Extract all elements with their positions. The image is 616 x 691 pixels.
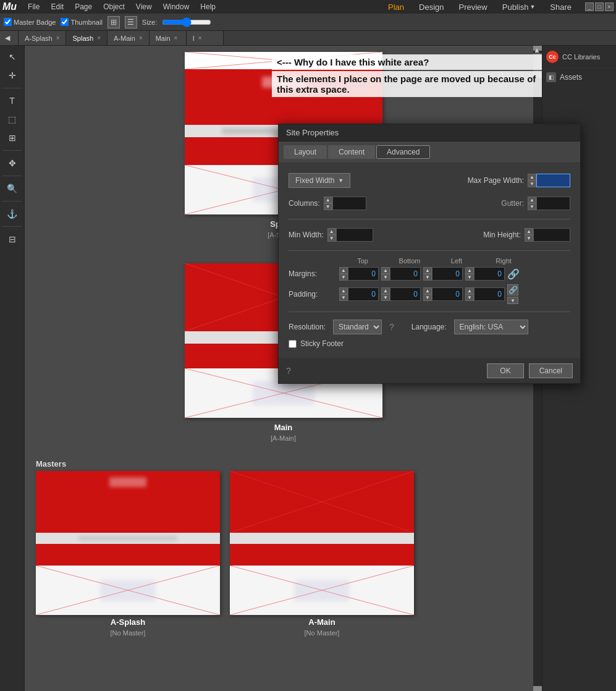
margin-left-down[interactable]: ▼ (423, 274, 432, 281)
sticky-footer-label: Sticky Footer (300, 339, 344, 348)
margin-left-spinner: ▲ ▼ (423, 267, 463, 281)
sticky-footer-row: Sticky Footer (289, 339, 570, 348)
margin-right-down[interactable]: ▼ (465, 274, 474, 281)
padding-bottom-down[interactable]: ▼ (381, 294, 390, 301)
margin-bottom-down[interactable]: ▼ (381, 274, 390, 281)
gutter-down[interactable]: ▼ (528, 203, 536, 210)
padding-bottom-spinner: ▲ ▼ (381, 287, 421, 301)
padding-top-input[interactable] (348, 287, 379, 301)
max-page-width-spinner: ▲ ▼ 1366 (528, 174, 570, 187)
margins-row: Margins: ▲ ▼ ▲ ▼ (289, 267, 570, 281)
resolution-select[interactable]: Standard HiDPI (333, 320, 382, 334)
padding-left-spinner: ▲ ▼ (423, 287, 463, 301)
col-header-left: Left (433, 257, 480, 265)
min-height-input[interactable]: 1024 (533, 228, 570, 242)
columns-down[interactable]: ▼ (324, 203, 332, 210)
max-page-width-input[interactable]: 1366 (536, 174, 570, 187)
padding-right-input[interactable] (474, 287, 505, 301)
min-width-arrows[interactable]: ▲ ▼ (327, 228, 336, 242)
tab-content[interactable]: Content (328, 145, 375, 159)
padding-right-up[interactable]: ▲ (465, 287, 474, 294)
divider-3 (289, 312, 570, 312)
col-header-right: Right (480, 257, 527, 265)
columns-up[interactable]: ▲ (324, 197, 332, 203)
resolution-label: Resolution: (289, 323, 326, 331)
padding-top-up[interactable]: ▲ (339, 287, 348, 294)
margin-right-spinner: ▲ ▼ (465, 267, 505, 281)
padding-bottom-input[interactable] (390, 287, 421, 301)
gutter-arrows[interactable]: ▲ ▼ (528, 197, 536, 210)
margins-label: Margins: (289, 269, 337, 278)
padding-left-up[interactable]: ▲ (423, 287, 432, 294)
language-select[interactable]: English: USA English: UK French German (454, 320, 528, 334)
margin-right-input[interactable] (474, 267, 505, 281)
dialog-title: Site Properties (279, 124, 580, 142)
min-height-arrows[interactable]: ▲ ▼ (525, 228, 533, 242)
padding-link-icon[interactable]: 🔗 (507, 284, 518, 295)
padding-extra-btn[interactable]: ▼ (507, 297, 518, 304)
columns-arrows[interactable]: ▲ ▼ (324, 197, 332, 210)
min-width-down[interactable]: ▼ (327, 235, 336, 242)
max-width-down[interactable]: ▼ (528, 180, 536, 187)
padding-right-spinner: ▲ ▼ (465, 287, 505, 301)
margin-top-down[interactable]: ▼ (339, 274, 348, 281)
layout-type-arrow: ▼ (338, 177, 344, 184)
divider-2 (289, 250, 570, 251)
col-headers: Top Bottom Left Right (339, 257, 570, 265)
divider-1 (289, 219, 570, 219)
sticky-footer-checkbox[interactable] (289, 340, 297, 348)
padding-right-down[interactable]: ▼ (465, 294, 474, 301)
tab-layout[interactable]: Layout (284, 145, 327, 159)
gutter-input[interactable]: 20 (536, 197, 570, 210)
min-width-input[interactable]: 1366 (336, 228, 373, 242)
margin-left-input[interactable] (432, 267, 463, 281)
col-header-bottom: Bottom (386, 257, 433, 265)
margin-left-up[interactable]: ▲ (423, 267, 432, 274)
dialog-body: Fixed Width ▼ Max Page Width: ▲ ▼ 1366 (279, 163, 580, 358)
padding-bottom-up[interactable]: ▲ (381, 287, 390, 294)
max-page-width-label: Max Page Width: (468, 176, 524, 185)
site-properties-dialog: Site Properties Layout Content Advanced … (278, 124, 581, 384)
margin-bottom-input[interactable] (390, 267, 421, 281)
dialog-buttons: OK Cancel (487, 363, 573, 378)
ok-button[interactable]: OK (487, 363, 523, 378)
resolution-language-row: Resolution: Standard HiDPI ? Language: E… (289, 320, 570, 334)
padding-link-group: 🔗 ▼ (507, 284, 518, 304)
margins-padding-section: Top Bottom Left Right Margins: ▲ ▼ (289, 257, 570, 304)
dialog-overlay: Site Properties Layout Content Advanced … (0, 0, 616, 691)
gutter-spinner: ▲ ▼ 20 (528, 197, 570, 210)
min-height-up[interactable]: ▲ (525, 228, 533, 235)
minwidth-row: Min Width: ▲ ▼ 1366 Min Height: ▲ (289, 228, 570, 242)
layout-type-group: Fixed Width ▼ (289, 173, 350, 188)
margin-top-up[interactable]: ▲ (339, 267, 348, 274)
col-header-top: Top (339, 257, 386, 265)
margin-bottom-up[interactable]: ▲ (381, 267, 390, 274)
resolution-help-icon[interactable]: ? (389, 322, 394, 332)
max-width-up[interactable]: ▲ (528, 174, 536, 180)
margin-top-spinner: ▲ ▼ (339, 267, 379, 281)
margin-top-input[interactable] (348, 267, 379, 281)
link-margins-icon[interactable]: 🔗 (507, 268, 520, 280)
padding-left-input[interactable] (432, 287, 463, 301)
padding-top-spinner: ▲ ▼ (339, 287, 379, 301)
margin-right-up[interactable]: ▲ (465, 267, 474, 274)
min-width-up[interactable]: ▲ (327, 228, 336, 235)
dialog-tabs: Layout Content Advanced (279, 142, 580, 163)
language-label: Language: (411, 323, 447, 331)
tab-advanced[interactable]: Advanced (376, 145, 430, 159)
footer-help-icon[interactable]: ? (286, 366, 291, 376)
cancel-button[interactable]: Cancel (529, 363, 573, 378)
layout-type-value: Fixed Width (295, 176, 334, 185)
gutter-label: Gutter: (501, 199, 524, 208)
min-height-label: Min Height: (483, 231, 521, 239)
gutter-up[interactable]: ▲ (528, 197, 536, 203)
columns-row: Columns: ▲ ▼ 1 Gutter: ▲ ▼ (289, 197, 570, 210)
layout-type-dropdown[interactable]: Fixed Width ▼ (289, 173, 350, 188)
columns-group: Columns: ▲ ▼ 1 (289, 197, 366, 210)
max-width-arrows[interactable]: ▲ ▼ (528, 174, 536, 187)
padding-left-down[interactable]: ▼ (423, 294, 432, 301)
columns-label: Columns: (289, 199, 320, 208)
columns-input[interactable]: 1 (332, 197, 366, 210)
min-height-down[interactable]: ▼ (525, 235, 533, 242)
padding-top-down[interactable]: ▼ (339, 294, 348, 301)
